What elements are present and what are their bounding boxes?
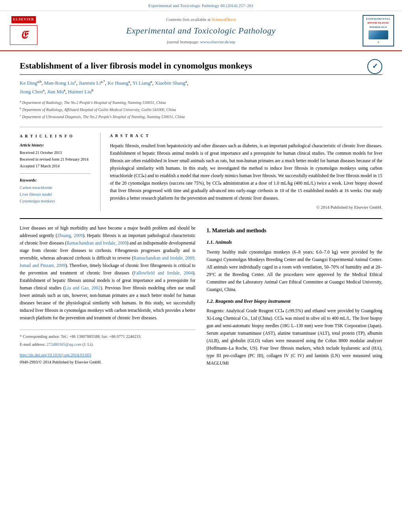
journal-title-section: Contents lists available at ScienceDirec…: [39, 16, 363, 45]
elsevier-logo: ELSEVIER 𝔈: [8, 16, 39, 45]
journal-logo-box: EXPERIMENTAL ●TOXICOLOGIC PATHOLOGY 6: [363, 15, 394, 46]
ref-liu2002[interactable]: Liu and Gao, 2002: [65, 285, 100, 290]
contents-line: Contents lists available at ScienceDirec…: [39, 16, 363, 23]
footnote-email: E-mail address: 272480365@qq.com (J. Li)…: [20, 341, 195, 348]
abstract-text: Hepatic fibrosis, resulted from hepatoto…: [110, 142, 382, 202]
abstract-copyright: © 2014 Published by Elsevier GmbH.: [110, 204, 382, 211]
ref-zhuang2009[interactable]: Zhuang, 2009: [57, 233, 83, 238]
authors-line: Ke Dinga,b, Man-Rong Liuc, Jianmin Lia,*…: [20, 79, 382, 96]
footnote-section: * Corresponding author. Tel.: +86 138078…: [20, 330, 195, 348]
author-yi-liang[interactable]: Yi Liang: [132, 80, 151, 86]
ref-fallowfield2004[interactable]: Fallowfield and Iredale, 2004: [134, 271, 193, 275]
affiliation-a: a Department of Radiology, The No.2 Peop…: [20, 99, 382, 106]
ref-ramachandran2009b[interactable]: Ramachandran and Iredale, 2009; Ismail a…: [20, 256, 195, 268]
journal-header: ELSEVIER 𝔈 Contents lists available at S…: [0, 11, 402, 51]
body-section: Liver diseases are of high morbidity and…: [20, 218, 382, 367]
elsevier-e-icon: 𝔈: [20, 27, 27, 43]
body-two-col: Liver diseases are of high morbidity and…: [20, 224, 382, 367]
author-jian-mu[interactable]: Jian Mu: [47, 89, 63, 95]
ref-ramachandran2009a[interactable]: Ramachandran and Iredale, 2009: [67, 241, 127, 245]
issn-line: 0940-2993/© 2014 Published by Elsevier G…: [20, 359, 195, 365]
section1-1-heading: 1.1. Animals: [207, 238, 382, 247]
journal-logo-image: [368, 30, 388, 39]
author-jiong-chen[interactable]: Jiong Chen: [20, 89, 43, 95]
col-separator: [100, 133, 100, 211]
keyword-2[interactable]: Liver fibrosis model: [20, 191, 91, 198]
info-divider: [20, 173, 91, 174]
footnote-corresponding: * Corresponding author. Tel.: +86 138078…: [20, 333, 195, 340]
history-label: Article history:: [20, 142, 91, 148]
doi-link-line: http://dx.doi.org/10.1016/j.etp.2014.03.…: [20, 352, 195, 358]
section1-2-text: Reagents: Analytical Grade Reagent CCl₄ …: [207, 307, 382, 367]
section1-1-text: Twenty healthy male cynomolgus monkeys (…: [207, 248, 382, 293]
author-xiaobin-shang[interactable]: Xiaobin Shang: [155, 80, 186, 86]
abstract-col: A B S T R A C T Hepatic fibrosis, result…: [110, 133, 382, 211]
author-ke-huang[interactable]: Ke Huang: [108, 80, 128, 86]
keyword-1[interactable]: Carbon tetrachloride: [20, 184, 91, 191]
keywords-label: Keywords:: [20, 177, 91, 184]
article-title-section: ✓ Establishment of a liver fibrosis mode…: [20, 59, 382, 75]
footnote-email-link[interactable]: 272480365@qq.com: [47, 342, 81, 347]
main-content: ✓ Establishment of a liver fibrosis mode…: [0, 51, 402, 375]
top-citation-bar: Experimental and Toxicologic Pathology 6…: [0, 0, 402, 11]
affiliations-section: a Department of Radiology, The No.2 Peop…: [20, 99, 382, 120]
intro-paragraph: Liver diseases are of high morbidity and…: [20, 224, 195, 322]
body-right-col: 1. Materials and methods 1.1. Animals Tw…: [207, 224, 382, 367]
author-ke-ding[interactable]: Ke Ding: [20, 80, 37, 86]
affiliation-c: c Department of Ultrasound Diagnosis, Th…: [20, 113, 382, 120]
info-abstract-section: A R T I C L E I N F O Article history: R…: [20, 127, 382, 211]
doi-section: http://dx.doi.org/10.1016/j.etp.2014.03.…: [20, 352, 195, 365]
affiliation-b: b Department of Radiology, Affiliated Ho…: [20, 106, 382, 113]
keywords-section: Keywords: Carbon tetrachloride Liver fib…: [20, 177, 91, 204]
doi-link[interactable]: http://dx.doi.org/10.1016/j.etp.2014.03.…: [20, 353, 91, 357]
body-left-col: Liver diseases are of high morbidity and…: [20, 224, 195, 367]
crossmark-badge: ✓: [367, 59, 382, 74]
homepage-line: journal homepage: www.elsevier.de/etp: [39, 39, 363, 45]
sciencedirect-link[interactable]: ScienceDirect: [212, 17, 236, 22]
abstract-title: A B S T R A C T: [110, 133, 382, 139]
keyword-3[interactable]: Cynomolgus monkeys: [20, 198, 91, 204]
section1-heading: 1. Materials and methods: [207, 226, 382, 235]
elsevier-box: ELSEVIER: [11, 16, 36, 23]
section1-2-heading: 1.2. Reagents and liver biopsy instrumen…: [207, 297, 382, 306]
received-date: Received 21 October 2013 Received in rev…: [20, 149, 91, 169]
article-info-col: A R T I C L E I N F O Article history: R…: [20, 133, 91, 211]
author-jianmin-li[interactable]: Jianmin Li: [79, 80, 101, 86]
author-huimei-liu[interactable]: Huimei Liu: [68, 89, 91, 95]
homepage-link[interactable]: www.elsevier.de/etp: [200, 39, 235, 44]
author-man-rong-liu[interactable]: Man-Rong Liu: [44, 80, 75, 86]
article-title: Establishment of a liver fibrosis model …: [20, 59, 382, 75]
article-info-title: A R T I C L E I N F O: [20, 133, 91, 139]
journal-citation: Experimental and Toxicologic Pathology 6…: [148, 3, 253, 8]
journal-title: Experimental and Toxicologic Pathology: [39, 24, 363, 37]
